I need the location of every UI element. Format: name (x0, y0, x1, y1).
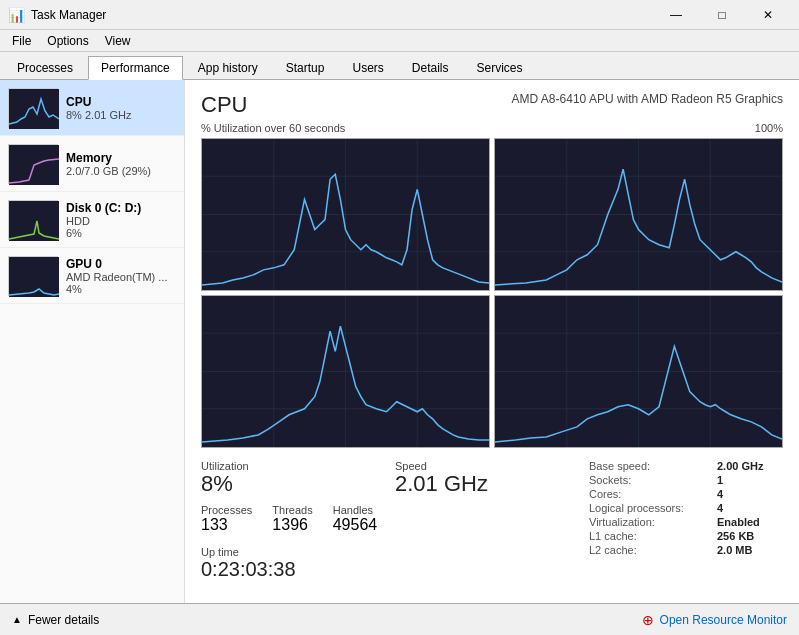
threads-value: 1396 (272, 516, 312, 534)
threads-group: Threads 1396 (272, 504, 312, 534)
handles-group: Handles 49564 (333, 504, 378, 534)
l1-val: 256 KB (717, 530, 754, 542)
base-speed-key: Base speed: (589, 460, 709, 472)
logical-val: 4 (717, 502, 723, 514)
info-row-l1: L1 cache: 256 KB (589, 530, 783, 542)
info-table: Base speed: 2.00 GHz Sockets: 1 Cores: 4… (589, 460, 783, 581)
threads-label: Threads (272, 504, 312, 516)
menu-bar: File Options View (0, 30, 799, 52)
tab-users[interactable]: Users (339, 56, 396, 79)
close-button[interactable]: ✕ (745, 0, 791, 30)
chart-label-right: 100% (755, 122, 783, 134)
uptime-section: Up time 0:23:03:38 (201, 546, 395, 581)
cores-val: 4 (717, 488, 723, 500)
tab-app-history[interactable]: App history (185, 56, 271, 79)
disk-info: Disk 0 (C: D:) HDD 6% (66, 201, 176, 239)
detail-subtitle: AMD A8-6410 APU with AMD Radeon R5 Graph… (512, 92, 783, 106)
tab-bar: Processes Performance App history Startu… (0, 52, 799, 80)
l2-key: L2 cache: (589, 544, 709, 556)
info-row-virt: Virtualization: Enabled (589, 516, 783, 528)
gpu-detail2: 4% (66, 283, 176, 295)
gpu-detail1: AMD Radeon(TM) ... (66, 271, 176, 283)
tab-performance[interactable]: Performance (88, 56, 183, 80)
detail-header: CPU AMD A8-6410 APU with AMD Radeon R5 G… (201, 92, 783, 118)
chart-label-text: % Utilization over 60 seconds (201, 122, 345, 134)
menu-view[interactable]: View (97, 32, 139, 50)
l2-val: 2.0 MB (717, 544, 752, 556)
title-bar-left: 📊 Task Manager (8, 7, 106, 23)
sidebar-item-gpu[interactable]: GPU 0 AMD Radeon(TM) ... 4% (0, 248, 184, 304)
tab-details[interactable]: Details (399, 56, 462, 79)
window-title: Task Manager (31, 8, 106, 22)
app-icon: 📊 (8, 7, 25, 23)
cpu-detail: 8% 2.01 GHz (66, 109, 176, 121)
sockets-val: 1 (717, 474, 723, 486)
menu-options[interactable]: Options (39, 32, 96, 50)
maximize-button[interactable]: □ (699, 0, 745, 30)
svg-rect-2 (9, 201, 59, 241)
fewer-details-label: Fewer details (28, 613, 99, 627)
resource-monitor-link[interactable]: ⊕ Open Resource Monitor (642, 612, 787, 628)
memory-name: Memory (66, 151, 176, 165)
disk-detail2: 6% (66, 227, 176, 239)
memory-thumbnail (8, 144, 58, 184)
sidebar-item-disk[interactable]: Disk 0 (C: D:) HDD 6% (0, 192, 184, 248)
gpu-thumbnail (8, 256, 58, 296)
menu-file[interactable]: File (4, 32, 39, 50)
resource-monitor-label[interactable]: Open Resource Monitor (660, 613, 787, 627)
cpu-thumbnail (8, 88, 58, 128)
sidebar-item-cpu[interactable]: CPU 8% 2.01 GHz (0, 80, 184, 136)
cpu-info: CPU 8% 2.01 GHz (66, 95, 176, 121)
info-row-logical: Logical processors: 4 (589, 502, 783, 514)
disk-detail1: HDD (66, 215, 176, 227)
title-bar: 📊 Task Manager — □ ✕ (0, 0, 799, 30)
chart-core3 (494, 295, 783, 448)
handles-label: Handles (333, 504, 378, 516)
detail-title: CPU (201, 92, 247, 118)
gpu-name: GPU 0 (66, 257, 176, 271)
processes-label: Processes (201, 504, 252, 516)
memory-detail: 2.0/7.0 GB (29%) (66, 165, 176, 177)
handles-value: 49564 (333, 516, 378, 534)
tab-processes[interactable]: Processes (4, 56, 86, 79)
disk-name: Disk 0 (C: D:) (66, 201, 176, 215)
chevron-up-icon: ▲ (12, 614, 22, 625)
stats-section: Utilization 8% Processes 133 Threads 139… (201, 460, 783, 581)
virt-key: Virtualization: (589, 516, 709, 528)
resource-monitor-icon: ⊕ (642, 612, 654, 628)
sidebar-item-memory[interactable]: Memory 2.0/7.0 GB (29%) (0, 136, 184, 192)
bottom-bar: ▲ Fewer details ⊕ Open Resource Monitor (0, 603, 799, 635)
speed-value: 2.01 GHz (395, 472, 589, 496)
charts-grid (201, 138, 783, 448)
chart-label: % Utilization over 60 seconds 100% (201, 122, 783, 134)
main-content: CPU 8% 2.01 GHz Memory 2.0/7.0 GB (29%) (0, 80, 799, 603)
stats-col1: Utilization 8% Processes 133 Threads 139… (201, 460, 395, 581)
cores-key: Cores: (589, 488, 709, 500)
fewer-details-button[interactable]: ▲ Fewer details (12, 613, 99, 627)
info-row-l2: L2 cache: 2.0 MB (589, 544, 783, 556)
tab-startup[interactable]: Startup (273, 56, 338, 79)
gpu-info: GPU 0 AMD Radeon(TM) ... 4% (66, 257, 176, 295)
chart-core1 (494, 138, 783, 291)
info-row-sockets: Sockets: 1 (589, 474, 783, 486)
info-row-cores: Cores: 4 (589, 488, 783, 500)
stats-col2: Speed 2.01 GHz (395, 460, 589, 581)
chart-core2 (201, 295, 490, 448)
sockets-key: Sockets: (589, 474, 709, 486)
processes-group: Processes 133 (201, 504, 252, 534)
memory-info: Memory 2.0/7.0 GB (29%) (66, 151, 176, 177)
info-row-base-speed: Base speed: 2.00 GHz (589, 460, 783, 472)
processes-value: 133 (201, 516, 252, 534)
svg-rect-3 (9, 257, 59, 297)
minimize-button[interactable]: — (653, 0, 699, 30)
title-bar-controls: — □ ✕ (653, 0, 791, 30)
virt-val: Enabled (717, 516, 760, 528)
disk-thumbnail (8, 200, 58, 240)
utilization-value: 8% (201, 472, 395, 496)
tab-services[interactable]: Services (464, 56, 536, 79)
base-speed-val: 2.00 GHz (717, 460, 763, 472)
uptime-value: 0:23:03:38 (201, 558, 395, 581)
l1-key: L1 cache: (589, 530, 709, 542)
cpu-name: CPU (66, 95, 176, 109)
detail-pane: CPU AMD A8-6410 APU with AMD Radeon R5 G… (185, 80, 799, 603)
